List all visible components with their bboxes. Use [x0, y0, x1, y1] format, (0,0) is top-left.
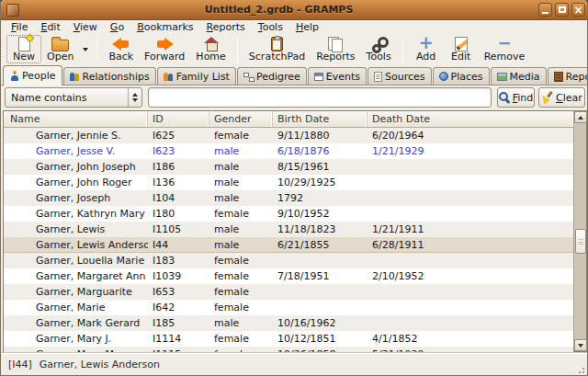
table-row[interactable]: Garner, Lewis AndersonI44male6/21/18556/… [4, 237, 573, 253]
tab-people[interactable]: People [3, 65, 62, 85]
tab-repositories[interactable]: Repositories [548, 67, 588, 85]
menu-help[interactable]: Help [289, 20, 325, 34]
cell-birth: 7/18/1951 [273, 268, 368, 284]
column-header-death-date[interactable]: Death Date [368, 111, 573, 127]
menu-file[interactable]: File [5, 20, 34, 34]
table-row[interactable]: Garner, Louella MarieI183female [4, 253, 573, 268]
cell-gender: male [209, 237, 273, 253]
column-header-name[interactable]: Name [4, 111, 148, 127]
scroll-up-button[interactable] [574, 111, 587, 123]
menu-go[interactable]: Go [104, 20, 130, 34]
cell-death: 1/21/1911 [368, 222, 573, 237]
cell-birth: 10/29/1925 [273, 175, 368, 190]
cell-birth: 10/16/1962 [273, 315, 368, 331]
table-row[interactable]: Garner, LewisI1105male11/18/18231/21/191… [4, 222, 573, 237]
close-button[interactable]: × [571, 3, 585, 17]
scrollbar-thumb[interactable] [575, 229, 586, 254]
tab-relationships[interactable]: Relationships [63, 67, 156, 85]
column-header-id[interactable]: ID [148, 111, 209, 127]
menu-view[interactable]: View [67, 20, 104, 34]
menu-label: eports [213, 21, 245, 33]
tab-pedigree[interactable]: Pedigree [237, 67, 307, 85]
menu-reports[interactable]: Reports [200, 20, 252, 34]
tab-sources[interactable]: Sources [368, 67, 432, 85]
source-icon [374, 72, 382, 82]
tab-events[interactable]: Events [308, 67, 367, 85]
back-button[interactable]: Back [103, 35, 139, 63]
cell-id: I642 [148, 300, 209, 315]
cell-id: I44 [148, 237, 209, 253]
menu-label: H [296, 21, 303, 33]
table-row[interactable]: Garner, MarieI642female [4, 300, 573, 315]
filter-type-select[interactable]: Name contains [5, 87, 142, 108]
menu-label: ookmarks [144, 21, 194, 33]
photo-icon [497, 73, 507, 81]
menu-edit[interactable]: Edit [34, 20, 66, 34]
tools-button[interactable]: Tools [361, 35, 397, 63]
titlebar[interactable]: Untitled_2.grdb - GRAMPS × [1, 0, 588, 20]
scratchpad-button[interactable]: ScratchPad [243, 35, 311, 63]
cell-birth: 9/10/1952 [273, 206, 368, 222]
table-row[interactable]: Garner, Jesse V.I623male6/18/18761/21/19… [4, 143, 573, 159]
home-button[interactable]: Home [190, 35, 231, 63]
column-header-gender[interactable]: Gender [209, 111, 273, 127]
cell-gender: female [209, 268, 273, 284]
cell-death [368, 175, 573, 190]
column-header-birth-date[interactable]: Birth Date [273, 111, 368, 127]
tab-places[interactable]: Places [433, 67, 490, 85]
table-header: Name ID Gender Birth Date Death Date [4, 111, 573, 128]
table-row[interactable]: Garner, Mary J.I1114female10/12/18514/1/… [4, 331, 573, 347]
tab-label: Events [326, 71, 360, 83]
cell-name: Garner, Jesse V. [4, 143, 148, 159]
scroll-down-button[interactable] [574, 339, 587, 351]
minimize-button[interactable] [538, 3, 552, 17]
table-row[interactable]: Garner, Mark GerardI185male10/16/1962 [4, 315, 573, 331]
open-button[interactable]: Open [41, 35, 79, 63]
table-row[interactable]: Garner, JosephI104male1792 [4, 190, 573, 206]
forward-button[interactable]: Forward [139, 35, 190, 63]
tab-label: People [22, 70, 56, 82]
maximize-button[interactable] [555, 3, 569, 17]
scratchpad-label: ScratchPad [249, 51, 306, 63]
menu-label: B [137, 21, 144, 33]
cell-name: Garner, Jennie S. [4, 128, 148, 143]
cell-name: Garner, Louella Marie [4, 253, 148, 268]
remove-button[interactable]: Remove [479, 35, 531, 63]
table-row[interactable]: Garner, Jennie S.I625female9/11/18806/20… [4, 128, 573, 143]
cell-death [368, 190, 573, 206]
cell-id: I625 [148, 128, 209, 143]
menu-tools[interactable]: Tools [252, 20, 289, 34]
find-button[interactable]: Find [497, 87, 535, 108]
cell-id: I104 [148, 190, 209, 206]
cell-name: Garner, John Roger [4, 175, 148, 190]
clear-button[interactable]: Clear [538, 87, 585, 108]
cell-birth [273, 253, 368, 268]
table-row[interactable]: Garner, Margaret AnnI1039female7/18/1951… [4, 268, 573, 284]
resize-grip-icon[interactable] [577, 366, 584, 373]
cell-death [368, 315, 573, 331]
cell-name: Garner, Marie [4, 300, 148, 315]
tab-label: Pedigree [256, 71, 300, 83]
vertical-scrollbar[interactable] [573, 111, 586, 351]
reports-button[interactable]: Reports [311, 35, 360, 63]
home-icon [203, 37, 220, 51]
cell-id: I1114 [148, 331, 209, 347]
menu-label: V [74, 21, 80, 33]
edit-button[interactable]: Edit [444, 35, 479, 63]
filter-search-input[interactable] [148, 87, 492, 108]
table-row[interactable]: Garner, John JosephI186male8/15/1961 [4, 159, 573, 175]
cell-gender: female [209, 206, 273, 222]
combo-spin-icon[interactable] [128, 88, 141, 107]
add-button[interactable]: Add [409, 35, 444, 63]
new-button[interactable]: New [6, 35, 41, 63]
table-row[interactable]: Garner, MarguariteI653female [4, 284, 573, 300]
plus-icon [419, 36, 434, 51]
tab-family-list[interactable]: Family List [157, 67, 236, 85]
menu-bookmarks[interactable]: Bookmarks [130, 20, 199, 34]
open-dropdown-button[interactable] [79, 35, 91, 63]
people-list: Name ID Gender Birth Date Death Date Gar… [3, 110, 587, 352]
menu-label: R [207, 21, 213, 33]
table-row[interactable]: Garner, Kathryn MaryI180female9/10/1952 [4, 206, 573, 222]
table-row[interactable]: Garner, John RogerI136male10/29/1925 [4, 175, 573, 190]
tab-media[interactable]: Media [491, 67, 547, 85]
